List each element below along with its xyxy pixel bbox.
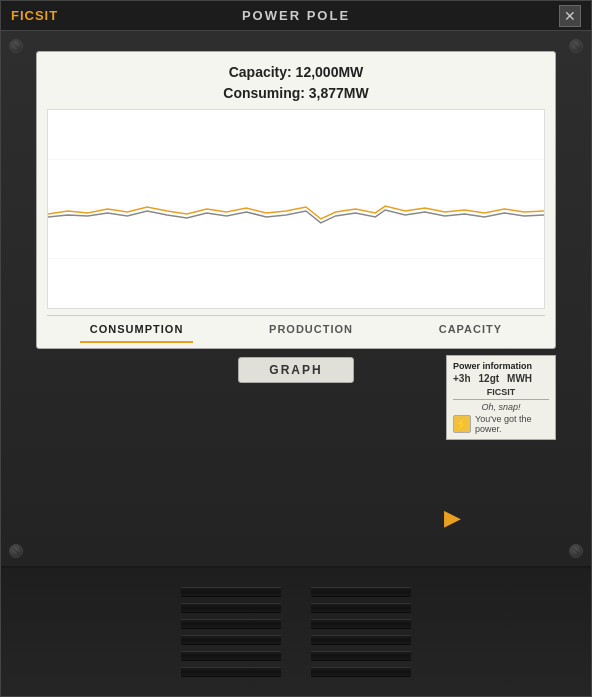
graph-area [47,109,545,309]
vent-line [311,619,411,629]
power-brand: FICSIT [453,387,549,397]
power-col3: MWH [507,373,532,384]
power-info-bottom: ⚡ You've got the power. [453,414,549,434]
graph-panel: Capacity: 12,000MW Consuming: 3,877MW [36,51,556,349]
vent-line [181,603,281,613]
vent-line [311,667,411,677]
vent-line [311,603,411,613]
tab-capacity[interactable]: CAPACITY [429,320,512,338]
vent-block-right [311,587,411,677]
power-info-card: Power information +3h 12gt MWH FICSIT Oh… [446,355,556,440]
vent-line [181,651,281,661]
vent-line [181,667,281,677]
graph-info: Capacity: 12,000MW Consuming: 3,877MW [47,62,545,104]
graph-svg [48,110,544,308]
consuming-text: Consuming: 3,877MW [47,83,545,104]
ficsit-logo: FICSIT [11,8,58,23]
power-bottom-text: You've got the power. [475,414,549,434]
window-title: POWER POLE [242,8,350,23]
main-body: Capacity: 12,000MW Consuming: 3,877MW [1,31,591,566]
bottom-panel [1,566,591,696]
power-snap-text: Oh, snap! [453,402,549,412]
graph-tabs: CONSUMPTION PRODUCTION CAPACITY [47,315,545,338]
screw-bottom-left [9,544,23,558]
vent-line [181,635,281,645]
power-divider [453,399,549,400]
lightning-icon: ⚡ [453,415,471,433]
screw-top-right [569,39,583,53]
close-button[interactable]: ✕ [559,5,581,27]
tab-consumption[interactable]: CONSUMPTION [80,320,194,338]
power-pole-window: FICSIT POWER POLE ✕ Capacity: 12,000MW C… [0,0,592,697]
screw-top-left [9,39,23,53]
screw-bottom-right [569,544,583,558]
tab-production[interactable]: PRODUCTION [259,320,363,338]
power-col1: +3h [453,373,471,384]
power-col2: 12gt [479,373,500,384]
logo-area: FICSIT [11,8,58,23]
cursor-arrow: ▶ [444,505,461,531]
capacity-text: Capacity: 12,000MW [47,62,545,83]
vent-line [181,619,281,629]
bottom-controls: GRAPH Power information +3h 12gt MWH FIC… [36,357,556,383]
graph-button[interactable]: GRAPH [238,357,353,383]
title-bar: FICSIT POWER POLE ✕ [1,1,591,31]
power-info-header: Power information [453,361,549,371]
power-info-values: +3h 12gt MWH [453,373,549,384]
vent-line [311,651,411,661]
vent-block-left [181,587,281,677]
vent-line [311,635,411,645]
vent-line [311,587,411,597]
vent-line [181,587,281,597]
